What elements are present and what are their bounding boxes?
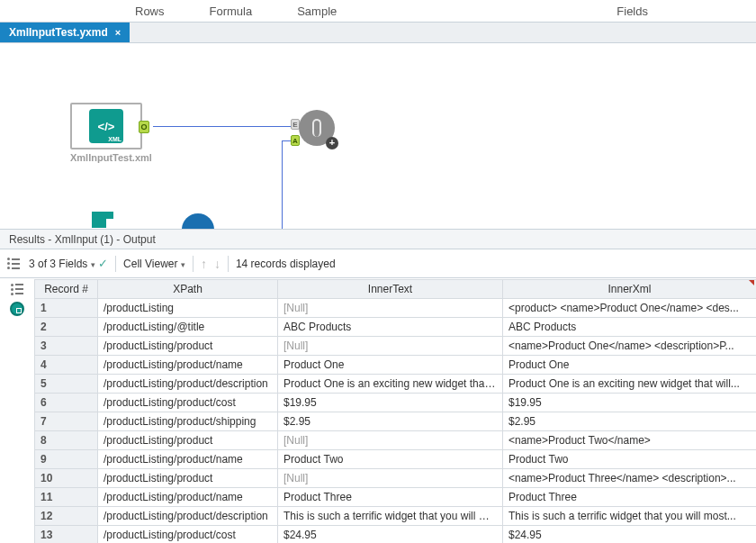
cell-xpath[interactable]: /productListing <box>98 299 278 318</box>
record-number[interactable]: 3 <box>35 337 98 356</box>
record-number[interactable]: 9 <box>35 450 98 469</box>
cell-innerxml[interactable]: Product Three <box>503 488 757 507</box>
menu-strip: Rows Formula Sample Fields <box>0 0 756 22</box>
messages-icon[interactable] <box>9 281 25 297</box>
record-number[interactable]: 7 <box>35 412 98 431</box>
table-row[interactable]: 1/productListing[Null]<product> <name>Pr… <box>35 299 757 318</box>
cell-innertext[interactable]: [Null] <box>278 431 503 450</box>
cell-viewer-dropdown[interactable]: Cell Viewer ▾ <box>123 258 185 270</box>
output-port[interactable]: O <box>139 121 149 133</box>
record-number[interactable]: 8 <box>35 431 98 450</box>
cell-innerxml[interactable]: This is such a terrific widget that you … <box>503 507 757 526</box>
cell-innertext[interactable]: $19.95 <box>278 394 503 412</box>
cell-xpath[interactable]: /productListing/product/name <box>98 488 278 507</box>
table-row[interactable]: 11/productListing/product/nameProduct Th… <box>35 488 757 507</box>
cell-innerxml[interactable]: <product> <name>Product One</name> <des.… <box>503 299 757 318</box>
col-xpath[interactable]: XPath <box>98 280 278 299</box>
fields-selector[interactable]: 3 of 3 Fields ▾ ✓ <box>29 257 108 270</box>
table-row[interactable]: 9/productListing/product/nameProduct Two… <box>35 450 757 469</box>
cell-innerxml[interactable]: <name>Product Three</name> <description>… <box>503 469 757 488</box>
table-row[interactable]: 3/productListing/product[Null]<name>Prod… <box>35 337 757 356</box>
cell-xpath[interactable]: /productListing/product/cost <box>98 526 278 544</box>
input-port-a[interactable]: A <box>291 135 300 146</box>
results-title: Results - XmlInput (1) - Output <box>9 233 156 246</box>
cell-innertext[interactable]: $24.95 <box>278 526 503 544</box>
col-record[interactable]: Record # <box>35 280 98 299</box>
table-row[interactable]: 12/productListing/product/descriptionThi… <box>35 507 757 526</box>
cell-innertext[interactable]: [Null] <box>278 469 503 488</box>
cell-innertext[interactable]: [Null] <box>278 299 503 318</box>
tab-label: XmlInputTest.yxmd <box>9 26 108 39</box>
cell-xpath[interactable]: /productListing/product <box>98 337 278 356</box>
connection-wire-down[interactable] <box>282 140 283 230</box>
table-row[interactable]: 2/productListing/@titleABC ProductsABC P… <box>35 318 757 337</box>
cell-innerxml[interactable]: ABC Products <box>503 318 757 337</box>
list-view-icon[interactable] <box>5 256 22 272</box>
cell-innerxml[interactable]: $19.95 <box>503 394 757 412</box>
col-innertext[interactable]: InnerText <box>278 280 503 299</box>
cell-xpath[interactable]: /productListing/product/description <box>98 507 278 526</box>
record-number[interactable]: 13 <box>35 526 98 544</box>
table-row[interactable]: 7/productListing/product/shipping$2.95$2… <box>35 412 757 431</box>
cell-innerxml[interactable]: Product Two <box>503 450 757 469</box>
cell-xpath[interactable]: /productListing/product/cost <box>98 394 278 412</box>
menu-formula[interactable]: Formula <box>210 5 253 18</box>
cell-xpath[interactable]: /productListing/product/description <box>98 375 278 394</box>
arrow-down-icon[interactable]: ↓ <box>214 257 220 271</box>
output-anchor-icon[interactable] <box>9 301 25 317</box>
results-header: Results - XmlInput (1) - Output <box>0 230 756 249</box>
workflow-tab[interactable]: XmlInputTest.yxmd × <box>0 23 130 42</box>
cell-innerxml[interactable]: $2.95 <box>503 412 757 431</box>
cell-xpath[interactable]: /productListing/product/name <box>98 356 278 375</box>
table-row[interactable]: 13/productListing/product/cost$24.95$24.… <box>35 526 757 544</box>
record-number[interactable]: 6 <box>35 394 98 412</box>
cell-xpath[interactable]: /productListing/product <box>98 469 278 488</box>
cell-innertext[interactable]: This is such a terrific widget that you … <box>278 507 503 526</box>
record-number[interactable]: 5 <box>35 375 98 394</box>
menu-sample[interactable]: Sample <box>297 5 337 18</box>
cell-innertext[interactable]: $2.95 <box>278 412 503 431</box>
arrow-up-icon[interactable]: ↑ <box>201 257 207 271</box>
cell-innerxml[interactable]: <name>Product One</name> <description>P.… <box>503 337 757 356</box>
menu-rows[interactable]: Rows <box>135 5 165 18</box>
tool-caption: XmlInputTest.xml <box>70 152 142 163</box>
record-number[interactable]: 1 <box>35 299 98 318</box>
cell-innertext[interactable]: Product Two <box>278 450 503 469</box>
results-grid[interactable]: Record # XPath InnerText InnerXml 1/prod… <box>34 279 756 543</box>
record-number[interactable]: 11 <box>35 488 98 507</box>
table-row[interactable]: 5/productListing/product/descriptionProd… <box>35 375 757 394</box>
cell-innertext[interactable]: ABC Products <box>278 318 503 337</box>
results-left-column <box>0 279 34 317</box>
cell-xpath[interactable]: /productListing/product/shipping <box>98 412 278 431</box>
record-number[interactable]: 10 <box>35 469 98 488</box>
cell-innertext[interactable]: Product Three <box>278 488 503 507</box>
table-row[interactable]: 8/productListing/product[Null]<name>Prod… <box>35 431 757 450</box>
workflow-canvas[interactable]: </> XML O XmlInputTest.xml E A + <box>0 43 756 230</box>
cell-innerxml[interactable]: <name>Product Two</name> <box>503 431 757 450</box>
menu-fields[interactable]: Fields <box>616 5 648 18</box>
connection-wire[interactable] <box>153 126 301 127</box>
cell-innerxml[interactable]: Product One is an exciting new widget th… <box>503 375 757 394</box>
cell-xpath[interactable]: /productListing/product <box>98 431 278 450</box>
union-tool[interactable]: E A + <box>299 110 335 146</box>
record-number[interactable]: 2 <box>35 318 98 337</box>
cell-innertext[interactable]: Product One <box>278 356 503 375</box>
table-row[interactable]: 4/productListing/product/nameProduct One… <box>35 356 757 375</box>
table-row[interactable]: 10/productListing/product[Null]<name>Pro… <box>35 469 757 488</box>
col-innerxml[interactable]: InnerXml <box>503 280 757 299</box>
close-tab-icon[interactable]: × <box>115 27 121 38</box>
plus-icon: + <box>326 137 338 149</box>
cell-innerxml[interactable]: Product One <box>503 356 757 375</box>
partial-tool-icon <box>90 210 117 230</box>
cell-xpath[interactable]: /productListing/product/name <box>98 450 278 469</box>
cell-innertext[interactable]: [Null] <box>278 337 503 356</box>
cell-xpath[interactable]: /productListing/@title <box>98 318 278 337</box>
cell-innerxml[interactable]: $24.95 <box>503 526 757 544</box>
record-number[interactable]: 12 <box>35 507 98 526</box>
table-row[interactable]: 6/productListing/product/cost$19.95$19.9… <box>35 394 757 412</box>
xml-icon: </> XML <box>89 109 123 143</box>
xml-input-tool[interactable]: </> XML O XmlInputTest.xml <box>70 103 142 163</box>
record-number[interactable]: 4 <box>35 356 98 375</box>
union-icon <box>312 119 321 137</box>
cell-innertext[interactable]: Product One is an exciting new widget th… <box>278 375 503 394</box>
